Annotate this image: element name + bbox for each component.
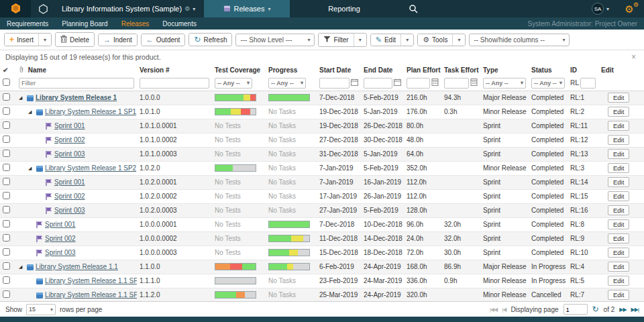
row-edit-button[interactable]: Edit [608, 93, 629, 103]
collapse-icon[interactable]: ◢ [28, 166, 36, 171]
row-edit-button[interactable]: Edit [608, 219, 629, 229]
progress-filter-select[interactable]: -- Any --▾ [268, 78, 306, 89]
check-all-icon[interactable]: ✔ [3, 66, 8, 74]
tab-releases[interactable]: Releases ▾ [204, 0, 290, 17]
release-name-link[interactable]: Sprint 003 [54, 207, 85, 214]
search-icon[interactable] [398, 0, 428, 17]
release-name-link[interactable]: Sprint 001 [45, 221, 76, 228]
row-checkbox[interactable] [3, 276, 10, 284]
tools-dropdown-caret[interactable]: ▾ [452, 34, 465, 46]
column-header-id[interactable]: ID [568, 64, 598, 76]
row-edit-button[interactable]: Edit [608, 248, 629, 258]
column-header-progress[interactable]: Progress [266, 64, 317, 76]
type-filter-select[interactable]: -- Any --▾ [483, 78, 526, 89]
start-date-filter-input[interactable] [319, 78, 350, 89]
row-checkbox[interactable] [3, 93, 10, 101]
collapse-icon[interactable]: ◢ [19, 264, 26, 270]
calculator-icon[interactable] [431, 78, 439, 87]
row-edit-button[interactable]: Edit [608, 233, 629, 244]
prev-page-icon[interactable]: |◀ [502, 307, 506, 313]
column-header-name[interactable]: Name [16, 64, 137, 76]
insert-dropdown-caret[interactable]: ▾ [38, 34, 51, 46]
filter-button[interactable]: Filter [319, 34, 353, 46]
release-name-link[interactable]: Sprint 002 [54, 193, 85, 200]
coverage-filter-select[interactable]: -- Any --▾ [215, 78, 252, 89]
filter-dropdown-caret[interactable]: ▾ [354, 34, 366, 46]
release-name-link[interactable]: Library System Release 1.1 SP1 [45, 277, 137, 284]
row-checkbox[interactable] [3, 262, 10, 270]
calendar-icon[interactable] [394, 78, 401, 87]
release-name-link[interactable]: Library System Release 1 [36, 94, 117, 101]
page-number-input[interactable] [564, 304, 588, 315]
outdent-button[interactable]: ←Outdent [142, 34, 185, 46]
release-name-link[interactable]: Library System Release 1 SP2 [45, 164, 136, 172]
row-checkbox[interactable] [3, 248, 10, 256]
row-edit-button[interactable]: Edit [608, 262, 629, 272]
delete-button[interactable]: Delete [56, 33, 94, 46]
name-filter-input[interactable] [19, 78, 134, 89]
first-page-icon[interactable]: |◀◀ [490, 307, 497, 313]
row-checkbox[interactable] [3, 178, 10, 185]
row-edit-button[interactable]: Edit [608, 177, 629, 187]
next-page-icon[interactable]: ▶▶ [619, 307, 626, 313]
row-checkbox[interactable] [3, 164, 10, 171]
column-header-task[interactable]: Task Effort [441, 64, 480, 76]
row-edit-button[interactable]: Edit [608, 107, 629, 117]
row-checkbox[interactable] [3, 220, 10, 227]
nav-item-documents[interactable]: Documents [162, 20, 197, 28]
last-page-icon[interactable]: ▶▶| [631, 307, 639, 313]
row-checkbox[interactable] [3, 150, 10, 157]
calendar-icon[interactable] [351, 78, 358, 87]
row-edit-button[interactable]: Edit [608, 121, 629, 131]
column-header-start[interactable]: Start Date [317, 64, 361, 76]
edit-dropdown-caret[interactable]: ▾ [400, 34, 413, 46]
refresh-button[interactable]: ↻Refresh [189, 34, 231, 46]
id-filter-input[interactable] [580, 78, 596, 89]
calculator-icon[interactable] [470, 78, 478, 87]
status-filter-select[interactable]: -- Any --▾ [531, 78, 565, 89]
user-menu[interactable]: SA ▾ [586, 0, 614, 17]
row-edit-button[interactable]: Edit [608, 191, 629, 201]
column-header-coverage[interactable]: Test Coverage [212, 64, 266, 76]
column-header-version[interactable]: Version # [137, 64, 212, 76]
row-checkbox[interactable] [3, 192, 10, 199]
release-name-link[interactable]: Library System Release 1.1 [36, 263, 118, 270]
row-checkbox[interactable] [3, 121, 10, 129]
row-edit-button[interactable]: Edit [608, 149, 629, 159]
page-size-select[interactable]: 15▾ [26, 304, 56, 315]
release-name-link[interactable]: Sprint 003 [54, 150, 85, 158]
refresh-page-icon[interactable]: ↻ [592, 305, 599, 314]
show-hide-columns-select[interactable]: -- Show/hide columns --▾ [469, 34, 570, 46]
column-header-plan[interactable]: Plan Effort [404, 64, 441, 76]
select-all-checkbox[interactable] [3, 78, 10, 86]
row-edit-button[interactable]: Edit [608, 290, 629, 300]
row-checkbox[interactable] [3, 290, 10, 298]
tools-button[interactable]: ⚙Tools [418, 34, 452, 46]
release-name-link[interactable]: Library System Release 1 SP1 [45, 108, 136, 115]
release-name-link[interactable]: Sprint 001 [54, 122, 85, 129]
show-level-select[interactable]: --- Show Level ---▾ [235, 34, 315, 46]
release-name-link[interactable]: Library System Release 1.1 SP2 [45, 291, 137, 299]
indent-button[interactable]: →Indent [99, 34, 137, 46]
row-checkbox[interactable] [3, 206, 10, 213]
nav-item-planning-board[interactable]: Planning Board [62, 20, 107, 28]
release-name-link[interactable]: Sprint 002 [45, 235, 76, 242]
column-header-end[interactable]: End Date [361, 64, 404, 76]
column-header-status[interactable]: Status [529, 64, 568, 76]
row-checkbox[interactable] [3, 234, 10, 241]
product-home-icon[interactable] [31, 0, 55, 17]
tab-reporting[interactable]: Reporting [290, 0, 398, 17]
release-name-link[interactable]: Sprint 002 [54, 136, 85, 144]
product-selector[interactable]: Library Information System (Sample) ⚙ ▾ [55, 0, 204, 17]
row-edit-button[interactable]: Edit [608, 163, 629, 173]
insert-button[interactable]: +Insert [5, 34, 38, 46]
version-filter-input[interactable] [140, 78, 209, 89]
column-header-type[interactable]: Type [480, 64, 529, 76]
plan-effort-filter-input[interactable] [407, 78, 430, 89]
end-date-filter-input[interactable] [364, 78, 392, 89]
task-effort-filter-input[interactable] [444, 78, 469, 89]
collapse-icon[interactable]: ◢ [19, 95, 26, 101]
row-checkbox[interactable] [3, 136, 10, 143]
edit-button[interactable]: ✎Edit [371, 34, 400, 46]
row-checkbox[interactable] [3, 107, 10, 115]
